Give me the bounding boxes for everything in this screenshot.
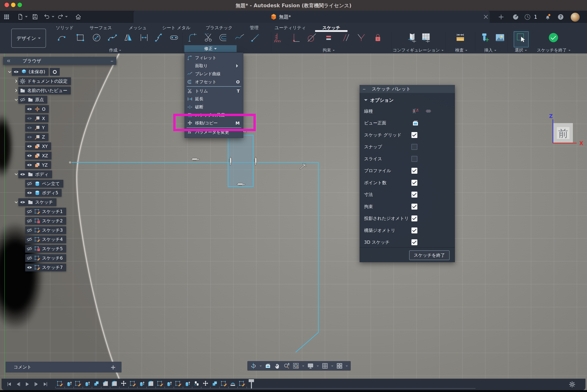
chevron-down-icon[interactable] bbox=[25, 16, 28, 19]
group-label-作成[interactable]: 作成 bbox=[109, 47, 122, 53]
menu-item-4[interactable]: オフセットO bbox=[185, 78, 243, 86]
visibility-eye-icon[interactable] bbox=[26, 143, 33, 150]
tool-parallel-icon[interactable] bbox=[340, 32, 351, 43]
tool-tangent-icon[interactable] bbox=[306, 32, 317, 43]
tool-mirror-icon[interactable] bbox=[122, 32, 134, 43]
timeline-feature-sketch-icon[interactable] bbox=[238, 380, 246, 387]
visibility-eye-icon[interactable] bbox=[26, 106, 33, 112]
tool-box-icon[interactable] bbox=[407, 32, 418, 43]
skip-to-start-icon[interactable] bbox=[6, 381, 12, 387]
home-icon[interactable] bbox=[75, 13, 82, 20]
collapse-panel-icon[interactable] bbox=[6, 58, 11, 63]
app-launcher-icon[interactable] bbox=[3, 13, 10, 20]
avatar[interactable] bbox=[570, 12, 580, 22]
tool-vh-icon[interactable] bbox=[290, 32, 301, 43]
timeline-playhead[interactable] bbox=[249, 379, 254, 382]
checkbox-checked[interactable] bbox=[412, 228, 417, 234]
timeline-feature-chamfer-icon[interactable] bbox=[102, 380, 109, 387]
palette-row-control[interactable] bbox=[412, 216, 417, 222]
close-tab-icon[interactable] bbox=[482, 13, 489, 20]
group-label-コンフィギュレーション[interactable]: コンフィギュレーション bbox=[393, 47, 444, 53]
menu-item-6[interactable]: 延長 bbox=[185, 95, 243, 103]
palette-row-control[interactable] bbox=[412, 239, 417, 245]
ribbon-tab-6[interactable]: 管理 bbox=[250, 25, 258, 31]
zoom-fit-icon[interactable] bbox=[292, 362, 300, 369]
save-icon[interactable] bbox=[32, 13, 38, 20]
browser-row-スケッチ6[interactable]: スケッチ6 bbox=[3, 254, 116, 262]
browser-row-スケッチ2[interactable]: スケッチ2 bbox=[3, 217, 116, 225]
browser-row-スケッチ1[interactable]: スケッチ1 bbox=[3, 208, 116, 216]
timeline-feature-sketch-icon[interactable] bbox=[220, 380, 227, 387]
visibility-eye-icon[interactable] bbox=[20, 171, 26, 178]
browser-row-O[interactable]: O bbox=[3, 105, 116, 113]
menu-item-3[interactable]: ブレンド曲線 bbox=[185, 70, 243, 78]
ribbon-tab-4[interactable]: シート メタル bbox=[162, 25, 190, 31]
extensions-icon[interactable] bbox=[512, 13, 519, 20]
browser-row-Z[interactable]: Z bbox=[3, 133, 116, 141]
visibility-eye-icon[interactable] bbox=[26, 190, 33, 196]
comments-bar[interactable]: コメント + bbox=[6, 362, 122, 372]
chevron-down-icon[interactable] bbox=[13, 97, 19, 103]
visibility-eye-icon[interactable] bbox=[20, 199, 26, 205]
tool-line-icon[interactable] bbox=[56, 32, 67, 43]
visibility-eye-icon[interactable] bbox=[26, 115, 33, 122]
checkbox-unchecked[interactable] bbox=[412, 144, 417, 150]
palette-row-control[interactable] bbox=[412, 180, 417, 186]
browser-row-capsule[interactable]: スケッチ1 bbox=[25, 208, 66, 216]
tool-lock-icon[interactable] bbox=[372, 32, 384, 43]
chevron-down-icon[interactable] bbox=[65, 16, 68, 19]
group-label-挿入[interactable]: 挿入 bbox=[484, 47, 497, 53]
visibility-off-icon[interactable] bbox=[26, 246, 33, 252]
group-label-スケッチを終了[interactable]: スケッチを終了 bbox=[537, 47, 571, 53]
chevron-down-icon[interactable] bbox=[13, 200, 19, 205]
visibility-off-icon[interactable] bbox=[26, 255, 33, 261]
browser-row-capsule[interactable]: O bbox=[25, 105, 49, 113]
tool-rect-icon[interactable] bbox=[75, 32, 86, 43]
browser-row-capsule[interactable]: X bbox=[25, 114, 48, 122]
menu-item-7[interactable]: 破断 bbox=[185, 103, 243, 111]
timeline-feature-extrude-icon[interactable] bbox=[66, 380, 72, 387]
browser-row-capsule[interactable]: スケッチ5 bbox=[25, 245, 66, 253]
undo-icon[interactable] bbox=[44, 13, 50, 20]
chevron-down-icon[interactable] bbox=[260, 366, 262, 368]
browser-row-XY[interactable]: XY bbox=[3, 142, 116, 150]
timeline-feature-sketch-icon[interactable] bbox=[74, 380, 82, 387]
group-label-検査[interactable]: 検査 bbox=[455, 47, 468, 53]
timeline-feature-move-icon[interactable] bbox=[120, 380, 127, 387]
chevron-down-icon[interactable] bbox=[346, 366, 348, 368]
job-status-clock-icon[interactable] bbox=[524, 13, 531, 20]
visibility-eye-icon[interactable] bbox=[26, 124, 33, 131]
visibility-eye-icon[interactable] bbox=[26, 134, 33, 140]
timeline-feature-extrude-icon[interactable] bbox=[184, 380, 191, 387]
palette-row-control[interactable] bbox=[412, 119, 420, 127]
look-at-icon[interactable] bbox=[412, 119, 420, 127]
timeline-feature-copy-icon[interactable] bbox=[193, 380, 200, 387]
document-tab[interactable]: 無題* bbox=[134, 11, 490, 23]
visibility-off-icon[interactable] bbox=[20, 96, 26, 103]
step-back-icon[interactable] bbox=[15, 381, 21, 387]
ribbon-tab-3[interactable]: メッシュ bbox=[129, 25, 147, 31]
tool-equal-icon[interactable] bbox=[323, 32, 334, 43]
visibility-eye-icon[interactable] bbox=[26, 264, 33, 270]
ribbon-tab-7[interactable]: ユーティリティ bbox=[274, 25, 306, 31]
browser-row-capsule[interactable]: YZ bbox=[25, 161, 51, 169]
browser-row-Y[interactable]: Y bbox=[3, 124, 116, 132]
checkbox-checked[interactable] bbox=[412, 204, 417, 210]
chevron-down-icon[interactable] bbox=[13, 172, 19, 177]
tool-trim-icon[interactable] bbox=[203, 32, 214, 43]
checkbox-checked[interactable] bbox=[412, 168, 417, 174]
visibility-eye-icon[interactable] bbox=[26, 152, 33, 159]
visibility-off-icon[interactable] bbox=[26, 218, 33, 224]
browser-row-capsule[interactable]: スケッチ6 bbox=[25, 254, 66, 262]
finish-sketch-button[interactable]: スケッチを終了 bbox=[409, 250, 450, 260]
palette-row-control[interactable] bbox=[412, 168, 417, 174]
tool-dim-icon[interactable] bbox=[138, 32, 150, 43]
display-settings-icon[interactable] bbox=[307, 362, 314, 369]
options-section-header[interactable]: オプション bbox=[364, 97, 455, 103]
modify-group-header-highlighted[interactable]: 修正 bbox=[184, 45, 237, 52]
browser-row-名前の付いたビュー[interactable]: 名前の付いたビュー bbox=[3, 87, 116, 94]
step-forward-icon[interactable] bbox=[33, 381, 39, 387]
chevron-down-icon[interactable] bbox=[331, 366, 333, 368]
timeline-settings-gear-icon[interactable] bbox=[569, 381, 576, 388]
checkbox-checked[interactable] bbox=[412, 216, 417, 222]
